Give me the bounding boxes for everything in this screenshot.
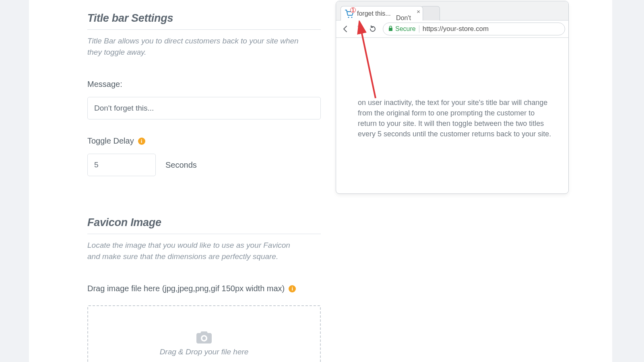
close-icon[interactable]: × [417,8,420,14]
titlebar-heading: Title bar Settings [87,12,321,25]
titlebar-heading-row: Title bar Settings [87,12,321,30]
secure-indicator: Secure [388,25,416,33]
tab-title-active: forget this... [357,10,391,17]
titlebar-subtitle: Title Bar allows you to direct customers… [87,35,301,58]
svg-point-2 [351,16,352,18]
reload-button[interactable] [367,23,379,35]
url-text: https://your-store.com [423,25,489,33]
browser-tab-inactive[interactable] [421,6,440,21]
address-bar[interactable]: Secure https://your-store.com [383,23,565,35]
browser-tab-active[interactable]: 1 forget this... Don't × [341,6,423,21]
favicon-heading-row: Favicon Image [87,216,321,234]
lock-icon [388,25,393,33]
camera-icon [196,331,212,343]
message-input[interactable] [87,97,321,119]
dropzone-placeholder: Drag & Drop your file here [160,348,249,356]
message-label: Message: [87,80,321,89]
forward-button[interactable] [353,23,365,35]
secure-label: Secure [395,25,416,33]
preview-body: on user inactivity, the text for your si… [336,38,568,193]
browser-toolbar: Secure https://your-store.com [336,21,568,38]
toggle-delay-input[interactable] [87,154,156,176]
svg-point-1 [348,16,349,18]
toggle-delay-unit: Seconds [165,160,197,170]
dropzone-label: Drag image file here (jpg,jpeg,png,gif 1… [87,284,285,293]
preview-description: on user inactivity, the text for your si… [358,97,555,139]
info-icon[interactable]: i [138,138,145,145]
info-icon[interactable]: i [289,285,296,292]
svg-point-0 [202,337,206,340]
settings-card: Title bar Settings Title Bar allows you … [29,0,612,362]
preview-browser: 1 forget this... Don't × [336,1,569,194]
cart-icon: 1 [344,8,355,19]
back-button[interactable] [339,23,351,35]
toggle-delay-label: Toggle Delay [87,136,134,146]
favicon-dropzone[interactable]: Drag & Drop your file here [87,305,321,362]
addr-divider [419,25,419,33]
favicon-heading: Favicon Image [87,216,321,229]
tab-title-scroll: Don't [396,14,411,22]
browser-tabstrip: 1 forget this... Don't × [336,1,568,21]
favicon-subtitle: Locate the image that you would like to … [87,240,301,262]
favicon-badge: 1 [350,7,356,13]
